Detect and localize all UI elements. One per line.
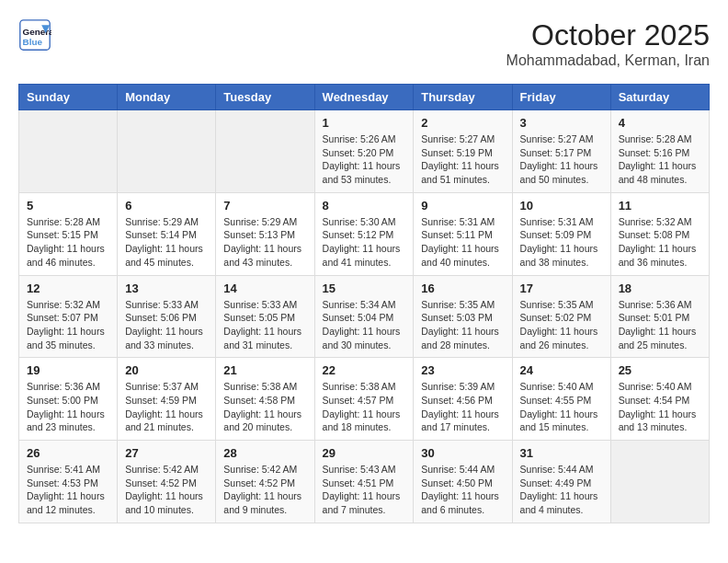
day-number: 30 bbox=[421, 446, 504, 460]
weekday-header: Tuesday bbox=[216, 85, 314, 110]
location-subtitle: Mohammadabad, Kerman, Iran bbox=[506, 52, 710, 69]
calendar-cell: 10Sunrise: 5:31 AMSunset: 5:09 PMDayligh… bbox=[512, 192, 610, 275]
calendar-cell: 3Sunrise: 5:27 AMSunset: 5:17 PMDaylight… bbox=[512, 110, 610, 193]
day-info: Sunrise: 5:40 AMSunset: 4:54 PMDaylight:… bbox=[619, 380, 701, 434]
day-info: Sunrise: 5:27 AMSunset: 5:19 PMDaylight:… bbox=[421, 132, 504, 187]
day-number: 26 bbox=[27, 446, 109, 460]
day-number: 16 bbox=[421, 282, 504, 295]
calendar-cell: 13Sunrise: 5:33 AMSunset: 5:06 PMDayligh… bbox=[118, 275, 216, 358]
calendar-cell: 14Sunrise: 5:33 AMSunset: 5:05 PMDayligh… bbox=[216, 275, 314, 358]
day-info: Sunrise: 5:28 AMSunset: 5:16 PMDaylight:… bbox=[619, 132, 701, 187]
weekday-header: Sunday bbox=[19, 85, 118, 110]
day-info: Sunrise: 5:41 AMSunset: 4:53 PMDaylight:… bbox=[27, 463, 109, 517]
day-info: Sunrise: 5:29 AMSunset: 5:14 PMDaylight:… bbox=[125, 215, 208, 270]
calendar-cell bbox=[19, 110, 118, 193]
day-number: 9 bbox=[421, 199, 504, 213]
day-info: Sunrise: 5:35 AMSunset: 5:02 PMDaylight:… bbox=[520, 298, 603, 352]
day-number: 21 bbox=[223, 363, 306, 377]
day-number: 19 bbox=[27, 363, 109, 377]
day-info: Sunrise: 5:30 AMSunset: 5:12 PMDaylight:… bbox=[323, 215, 406, 270]
calendar-cell: 19Sunrise: 5:36 AMSunset: 5:00 PMDayligh… bbox=[19, 358, 118, 441]
weekday-header-row: SundayMondayTuesdayWednesdayThursdayFrid… bbox=[19, 85, 710, 110]
day-number: 7 bbox=[223, 199, 306, 213]
calendar-cell bbox=[610, 441, 709, 523]
day-info: Sunrise: 5:43 AMSunset: 4:51 PMDaylight:… bbox=[323, 463, 406, 517]
calendar-cell: 15Sunrise: 5:34 AMSunset: 5:04 PMDayligh… bbox=[314, 275, 414, 358]
calendar-cell: 8Sunrise: 5:30 AMSunset: 5:12 PMDaylight… bbox=[314, 192, 414, 275]
day-number: 4 bbox=[619, 116, 701, 130]
day-info: Sunrise: 5:42 AMSunset: 4:52 PMDaylight:… bbox=[125, 463, 208, 517]
calendar-cell: 5Sunrise: 5:28 AMSunset: 5:15 PMDaylight… bbox=[19, 192, 118, 275]
calendar-cell: 4Sunrise: 5:28 AMSunset: 5:16 PMDaylight… bbox=[610, 110, 709, 193]
day-info: Sunrise: 5:44 AMSunset: 4:50 PMDaylight:… bbox=[421, 463, 504, 517]
svg-text:Blue: Blue bbox=[23, 37, 43, 47]
logo: General Blue bbox=[18, 18, 51, 52]
day-number: 2 bbox=[421, 116, 504, 130]
calendar-week-row: 1Sunrise: 5:26 AMSunset: 5:20 PMDaylight… bbox=[19, 110, 710, 193]
day-info: Sunrise: 5:31 AMSunset: 5:09 PMDaylight:… bbox=[520, 215, 603, 270]
calendar-cell: 2Sunrise: 5:27 AMSunset: 5:19 PMDaylight… bbox=[414, 110, 512, 193]
day-number: 8 bbox=[323, 199, 406, 213]
calendar-week-row: 26Sunrise: 5:41 AMSunset: 4:53 PMDayligh… bbox=[19, 441, 710, 523]
day-number: 14 bbox=[223, 282, 306, 295]
calendar-cell: 26Sunrise: 5:41 AMSunset: 4:53 PMDayligh… bbox=[19, 441, 118, 523]
day-number: 29 bbox=[323, 446, 406, 460]
calendar-cell bbox=[216, 110, 314, 193]
page-header: General Blue October 2025 Mohammadabad, … bbox=[18, 18, 710, 69]
title-block: October 2025 Mohammadabad, Kerman, Iran bbox=[506, 18, 710, 69]
calendar-cell: 9Sunrise: 5:31 AMSunset: 5:11 PMDaylight… bbox=[414, 192, 512, 275]
day-number: 17 bbox=[520, 282, 603, 295]
calendar-week-row: 19Sunrise: 5:36 AMSunset: 5:00 PMDayligh… bbox=[19, 358, 710, 441]
day-number: 12 bbox=[27, 282, 109, 295]
day-info: Sunrise: 5:28 AMSunset: 5:15 PMDaylight:… bbox=[27, 215, 109, 270]
calendar-cell: 11Sunrise: 5:32 AMSunset: 5:08 PMDayligh… bbox=[610, 192, 709, 275]
calendar-cell: 24Sunrise: 5:40 AMSunset: 4:55 PMDayligh… bbox=[512, 358, 610, 441]
calendar-cell: 17Sunrise: 5:35 AMSunset: 5:02 PMDayligh… bbox=[512, 275, 610, 358]
day-info: Sunrise: 5:37 AMSunset: 4:59 PMDaylight:… bbox=[125, 380, 208, 434]
weekday-header: Saturday bbox=[610, 85, 709, 110]
calendar-cell: 30Sunrise: 5:44 AMSunset: 4:50 PMDayligh… bbox=[414, 441, 512, 523]
day-number: 1 bbox=[323, 116, 406, 130]
calendar-cell: 22Sunrise: 5:38 AMSunset: 4:57 PMDayligh… bbox=[314, 358, 414, 441]
day-info: Sunrise: 5:31 AMSunset: 5:11 PMDaylight:… bbox=[421, 215, 504, 270]
weekday-header: Friday bbox=[512, 85, 610, 110]
day-info: Sunrise: 5:34 AMSunset: 5:04 PMDaylight:… bbox=[323, 298, 406, 352]
calendar-cell: 7Sunrise: 5:29 AMSunset: 5:13 PMDaylight… bbox=[216, 192, 314, 275]
month-title: October 2025 bbox=[506, 18, 710, 52]
day-info: Sunrise: 5:33 AMSunset: 5:05 PMDaylight:… bbox=[223, 298, 306, 352]
day-number: 27 bbox=[125, 446, 208, 460]
calendar-cell: 16Sunrise: 5:35 AMSunset: 5:03 PMDayligh… bbox=[414, 275, 512, 358]
day-info: Sunrise: 5:38 AMSunset: 4:58 PMDaylight:… bbox=[223, 380, 306, 434]
day-number: 5 bbox=[27, 199, 109, 213]
day-info: Sunrise: 5:40 AMSunset: 4:55 PMDaylight:… bbox=[520, 380, 603, 434]
calendar-cell: 25Sunrise: 5:40 AMSunset: 4:54 PMDayligh… bbox=[610, 358, 709, 441]
calendar-cell: 21Sunrise: 5:38 AMSunset: 4:58 PMDayligh… bbox=[216, 358, 314, 441]
day-number: 3 bbox=[520, 116, 603, 130]
calendar-cell: 28Sunrise: 5:42 AMSunset: 4:52 PMDayligh… bbox=[216, 441, 314, 523]
calendar-cell: 29Sunrise: 5:43 AMSunset: 4:51 PMDayligh… bbox=[314, 441, 414, 523]
day-info: Sunrise: 5:26 AMSunset: 5:20 PMDaylight:… bbox=[323, 132, 406, 187]
calendar-week-row: 5Sunrise: 5:28 AMSunset: 5:15 PMDaylight… bbox=[19, 192, 710, 275]
day-info: Sunrise: 5:33 AMSunset: 5:06 PMDaylight:… bbox=[125, 298, 208, 352]
day-info: Sunrise: 5:32 AMSunset: 5:07 PMDaylight:… bbox=[27, 298, 109, 352]
day-info: Sunrise: 5:38 AMSunset: 4:57 PMDaylight:… bbox=[323, 380, 406, 434]
calendar-cell: 31Sunrise: 5:44 AMSunset: 4:49 PMDayligh… bbox=[512, 441, 610, 523]
calendar-cell: 12Sunrise: 5:32 AMSunset: 5:07 PMDayligh… bbox=[19, 275, 118, 358]
calendar-table: SundayMondayTuesdayWednesdayThursdayFrid… bbox=[18, 84, 710, 523]
calendar-cell: 18Sunrise: 5:36 AMSunset: 5:01 PMDayligh… bbox=[610, 275, 709, 358]
day-number: 24 bbox=[520, 363, 603, 377]
day-number: 23 bbox=[421, 363, 504, 377]
day-number: 25 bbox=[619, 363, 701, 377]
day-info: Sunrise: 5:27 AMSunset: 5:17 PMDaylight:… bbox=[520, 132, 603, 187]
day-number: 13 bbox=[125, 282, 208, 295]
day-info: Sunrise: 5:42 AMSunset: 4:52 PMDaylight:… bbox=[223, 463, 306, 517]
calendar-cell: 6Sunrise: 5:29 AMSunset: 5:14 PMDaylight… bbox=[118, 192, 216, 275]
day-number: 28 bbox=[223, 446, 306, 460]
day-info: Sunrise: 5:36 AMSunset: 5:00 PMDaylight:… bbox=[27, 380, 109, 434]
calendar-cell: 27Sunrise: 5:42 AMSunset: 4:52 PMDayligh… bbox=[118, 441, 216, 523]
calendar-cell: 1Sunrise: 5:26 AMSunset: 5:20 PMDaylight… bbox=[314, 110, 414, 193]
day-number: 11 bbox=[619, 199, 701, 213]
day-info: Sunrise: 5:35 AMSunset: 5:03 PMDaylight:… bbox=[421, 298, 504, 352]
calendar-week-row: 12Sunrise: 5:32 AMSunset: 5:07 PMDayligh… bbox=[19, 275, 710, 358]
day-info: Sunrise: 5:44 AMSunset: 4:49 PMDaylight:… bbox=[520, 463, 603, 517]
